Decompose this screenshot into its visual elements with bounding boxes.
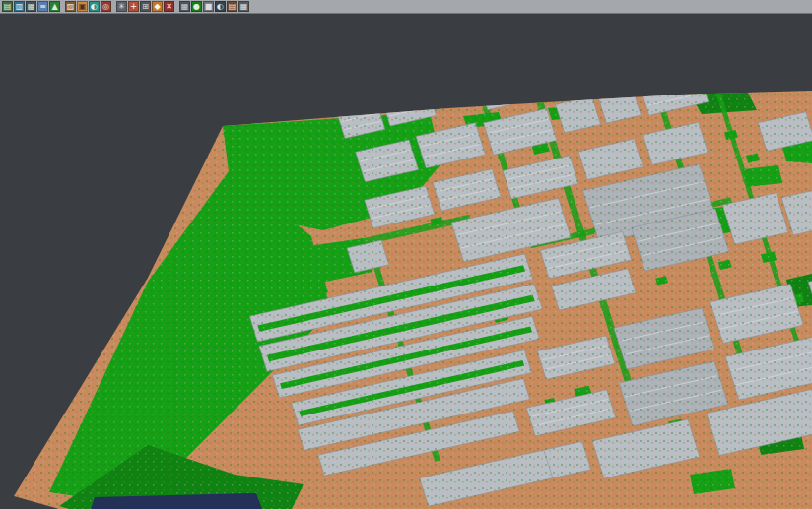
toolbar: ▤▥▦≡▲▨▣◐◎✳+⊞◆✕▦●■◐▤▦ <box>0 0 812 14</box>
scene-canvas[interactable] <box>0 14 812 509</box>
report-icon[interactable]: ▤ <box>227 1 237 12</box>
zoom-extent-icon[interactable]: ⊞ <box>140 1 151 12</box>
table-icon[interactable]: ▦ <box>238 1 249 12</box>
save-icon[interactable]: ▥ <box>14 1 25 12</box>
buildings-icon[interactable]: ■ <box>203 1 214 12</box>
classification-icon[interactable]: ▨ <box>65 1 76 12</box>
delete-icon[interactable]: ✕ <box>164 1 174 12</box>
map-view-icon[interactable]: ▦ <box>26 1 36 12</box>
layers-icon[interactable]: ≡ <box>37 1 48 12</box>
open-project-icon[interactable]: ▤ <box>2 1 13 12</box>
settings-icon[interactable]: ✳ <box>116 1 127 12</box>
grid-icon[interactable]: ▦ <box>179 1 190 12</box>
target-icon[interactable]: ◎ <box>101 1 111 12</box>
world-icon[interactable]: ◐ <box>215 1 226 12</box>
orthophoto-icon[interactable]: ▣ <box>77 1 88 12</box>
terrain-icon[interactable]: ▲ <box>49 1 60 12</box>
3d-viewport[interactable] <box>0 14 812 509</box>
vegetation-icon[interactable]: ● <box>191 1 202 12</box>
marker-icon[interactable]: ◆ <box>152 1 163 12</box>
measure-icon[interactable]: + <box>128 1 139 12</box>
globe-icon[interactable]: ◐ <box>89 1 100 12</box>
